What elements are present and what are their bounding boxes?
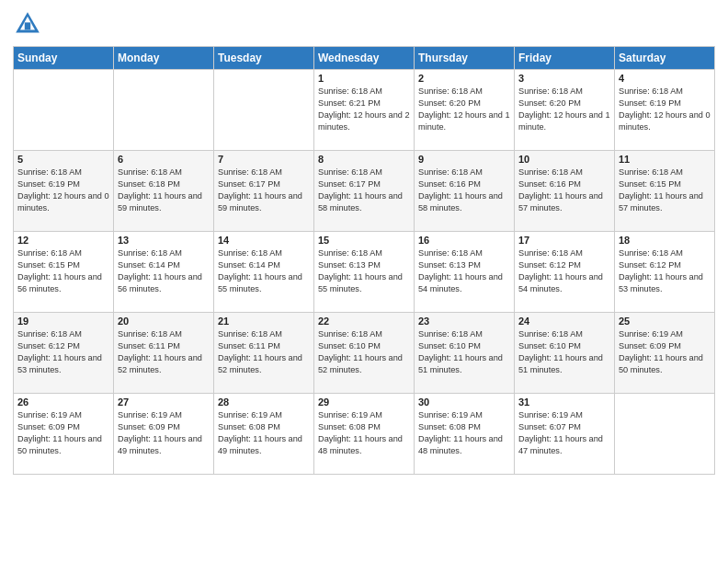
day-number: 8 xyxy=(318,154,410,165)
day-info: Sunrise: 6:18 AM Sunset: 6:15 PM Dayligh… xyxy=(619,167,711,214)
day-info: Sunrise: 6:18 AM Sunset: 6:13 PM Dayligh… xyxy=(318,247,410,295)
calendar-cell: 19Sunrise: 6:18 AM Sunset: 6:12 PM Dayli… xyxy=(14,313,114,394)
calendar-cell: 15Sunrise: 6:18 AM Sunset: 6:13 PM Dayli… xyxy=(314,232,415,313)
logo-icon xyxy=(13,9,42,39)
day-number: 3 xyxy=(518,73,610,84)
day-number: 16 xyxy=(418,235,510,246)
calendar-cell: 23Sunrise: 6:18 AM Sunset: 6:10 PM Dayli… xyxy=(415,313,515,394)
calendar-cell: 18Sunrise: 6:18 AM Sunset: 6:12 PM Dayli… xyxy=(615,232,715,313)
day-number: 11 xyxy=(619,154,711,165)
day-number: 15 xyxy=(318,235,410,246)
day-number: 27 xyxy=(118,396,210,408)
svg-rect-2 xyxy=(25,22,30,29)
day-info: Sunrise: 6:18 AM Sunset: 6:12 PM Dayligh… xyxy=(619,247,711,295)
calendar-cell: 8Sunrise: 6:18 AM Sunset: 6:17 PM Daylig… xyxy=(314,151,415,232)
day-info: Sunrise: 6:19 AM Sunset: 6:08 PM Dayligh… xyxy=(218,409,310,457)
day-number: 6 xyxy=(118,154,210,165)
day-info: Sunrise: 6:18 AM Sunset: 6:20 PM Dayligh… xyxy=(518,86,610,133)
calendar-week-row: 19Sunrise: 6:18 AM Sunset: 6:12 PM Dayli… xyxy=(14,313,715,394)
day-number: 23 xyxy=(418,316,510,327)
day-info: Sunrise: 6:18 AM Sunset: 6:19 PM Dayligh… xyxy=(619,86,711,133)
calendar-cell: 6Sunrise: 6:18 AM Sunset: 6:18 PM Daylig… xyxy=(114,151,214,232)
day-number: 22 xyxy=(318,316,410,327)
day-info: Sunrise: 6:18 AM Sunset: 6:16 PM Dayligh… xyxy=(518,167,610,214)
calendar-cell: 20Sunrise: 6:18 AM Sunset: 6:11 PM Dayli… xyxy=(114,313,214,394)
day-info: Sunrise: 6:19 AM Sunset: 6:09 PM Dayligh… xyxy=(17,409,109,457)
day-info: Sunrise: 6:18 AM Sunset: 6:16 PM Dayligh… xyxy=(418,167,510,214)
day-info: Sunrise: 6:19 AM Sunset: 6:08 PM Dayligh… xyxy=(318,409,410,457)
weekday-header: Tuesday xyxy=(214,47,314,70)
day-number: 17 xyxy=(518,235,610,246)
calendar-cell: 17Sunrise: 6:18 AM Sunset: 6:12 PM Dayli… xyxy=(515,232,615,313)
day-info: Sunrise: 6:18 AM Sunset: 6:15 PM Dayligh… xyxy=(17,247,109,295)
day-number: 4 xyxy=(619,73,711,84)
calendar-cell: 25Sunrise: 6:19 AM Sunset: 6:09 PM Dayli… xyxy=(615,313,715,394)
day-number: 7 xyxy=(218,154,310,165)
calendar-week-row: 26Sunrise: 6:19 AM Sunset: 6:09 PM Dayli… xyxy=(14,394,715,475)
weekday-header: Saturday xyxy=(615,47,715,70)
calendar-cell: 29Sunrise: 6:19 AM Sunset: 6:08 PM Dayli… xyxy=(314,394,415,475)
day-number: 30 xyxy=(418,396,510,408)
calendar-cell: 30Sunrise: 6:19 AM Sunset: 6:08 PM Dayli… xyxy=(415,394,515,475)
calendar-cell xyxy=(114,70,214,151)
calendar-cell: 28Sunrise: 6:19 AM Sunset: 6:08 PM Dayli… xyxy=(214,394,314,475)
day-info: Sunrise: 6:19 AM Sunset: 6:09 PM Dayligh… xyxy=(619,328,711,376)
day-info: Sunrise: 6:18 AM Sunset: 6:11 PM Dayligh… xyxy=(218,328,310,376)
calendar-week-row: 1Sunrise: 6:18 AM Sunset: 6:21 PM Daylig… xyxy=(14,70,715,151)
calendar-cell: 16Sunrise: 6:18 AM Sunset: 6:13 PM Dayli… xyxy=(415,232,515,313)
day-number: 13 xyxy=(118,235,210,246)
day-number: 20 xyxy=(118,316,210,327)
calendar-cell xyxy=(214,70,314,151)
calendar-cell: 21Sunrise: 6:18 AM Sunset: 6:11 PM Dayli… xyxy=(214,313,314,394)
calendar-cell: 1Sunrise: 6:18 AM Sunset: 6:21 PM Daylig… xyxy=(314,70,415,151)
day-number: 21 xyxy=(218,316,310,327)
day-info: Sunrise: 6:18 AM Sunset: 6:20 PM Dayligh… xyxy=(418,86,510,133)
day-info: Sunrise: 6:18 AM Sunset: 6:10 PM Dayligh… xyxy=(318,328,410,376)
day-number: 19 xyxy=(17,316,109,327)
calendar-cell: 10Sunrise: 6:18 AM Sunset: 6:16 PM Dayli… xyxy=(515,151,615,232)
day-info: Sunrise: 6:18 AM Sunset: 6:18 PM Dayligh… xyxy=(118,167,210,214)
weekday-header: Wednesday xyxy=(314,47,415,70)
day-number: 29 xyxy=(318,396,410,408)
day-number: 25 xyxy=(619,316,711,327)
day-number: 31 xyxy=(518,396,610,408)
calendar-cell: 4Sunrise: 6:18 AM Sunset: 6:19 PM Daylig… xyxy=(615,70,715,151)
day-number: 1 xyxy=(318,73,410,84)
header xyxy=(13,9,715,39)
day-info: Sunrise: 6:18 AM Sunset: 6:19 PM Dayligh… xyxy=(17,167,109,214)
calendar-cell: 22Sunrise: 6:18 AM Sunset: 6:10 PM Dayli… xyxy=(314,313,415,394)
weekday-header: Friday xyxy=(515,47,615,70)
day-number: 12 xyxy=(17,235,109,246)
day-info: Sunrise: 6:18 AM Sunset: 6:10 PM Dayligh… xyxy=(418,328,510,376)
day-info: Sunrise: 6:18 AM Sunset: 6:12 PM Dayligh… xyxy=(518,247,610,295)
calendar-cell: 31Sunrise: 6:19 AM Sunset: 6:07 PM Dayli… xyxy=(515,394,615,475)
calendar-cell: 11Sunrise: 6:18 AM Sunset: 6:15 PM Dayli… xyxy=(615,151,715,232)
day-info: Sunrise: 6:18 AM Sunset: 6:11 PM Dayligh… xyxy=(118,328,210,376)
day-info: Sunrise: 6:19 AM Sunset: 6:08 PM Dayligh… xyxy=(418,409,510,457)
day-number: 2 xyxy=(418,73,510,84)
day-info: Sunrise: 6:18 AM Sunset: 6:10 PM Dayligh… xyxy=(518,328,610,376)
calendar-cell: 13Sunrise: 6:18 AM Sunset: 6:14 PM Dayli… xyxy=(114,232,214,313)
calendar-cell xyxy=(615,394,715,475)
day-number: 9 xyxy=(418,154,510,165)
calendar-cell: 26Sunrise: 6:19 AM Sunset: 6:09 PM Dayli… xyxy=(14,394,114,475)
calendar-cell: 9Sunrise: 6:18 AM Sunset: 6:16 PM Daylig… xyxy=(415,151,515,232)
day-info: Sunrise: 6:18 AM Sunset: 6:14 PM Dayligh… xyxy=(218,247,310,295)
weekday-header: Thursday xyxy=(415,47,515,70)
calendar-cell: 14Sunrise: 6:18 AM Sunset: 6:14 PM Dayli… xyxy=(214,232,314,313)
calendar-cell xyxy=(14,70,114,151)
day-info: Sunrise: 6:18 AM Sunset: 6:21 PM Dayligh… xyxy=(318,86,410,133)
calendar-cell: 3Sunrise: 6:18 AM Sunset: 6:20 PM Daylig… xyxy=(515,70,615,151)
day-number: 24 xyxy=(518,316,610,327)
day-number: 10 xyxy=(518,154,610,165)
day-number: 28 xyxy=(218,396,310,408)
calendar-cell: 2Sunrise: 6:18 AM Sunset: 6:20 PM Daylig… xyxy=(415,70,515,151)
day-number: 14 xyxy=(218,235,310,246)
day-number: 5 xyxy=(17,154,109,165)
logo xyxy=(13,9,46,39)
day-number: 26 xyxy=(17,396,109,408)
day-info: Sunrise: 6:18 AM Sunset: 6:12 PM Dayligh… xyxy=(17,328,109,376)
calendar-cell: 12Sunrise: 6:18 AM Sunset: 6:15 PM Dayli… xyxy=(14,232,114,313)
calendar-cell: 27Sunrise: 6:19 AM Sunset: 6:09 PM Dayli… xyxy=(114,394,214,475)
day-info: Sunrise: 6:18 AM Sunset: 6:17 PM Dayligh… xyxy=(318,167,410,214)
